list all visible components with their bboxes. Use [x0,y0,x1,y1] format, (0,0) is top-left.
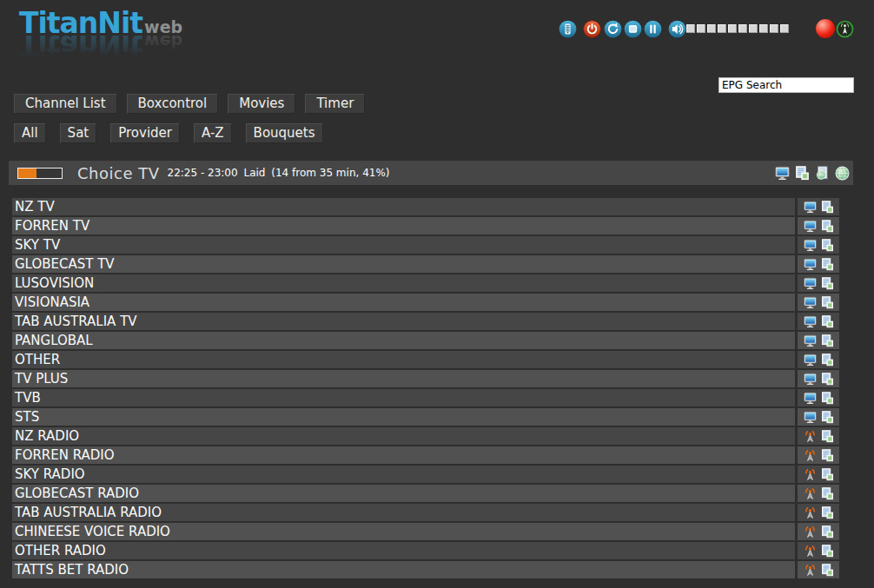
zap-button[interactable] [804,545,817,558]
channel-name[interactable]: TATTS BET RADIO [12,561,795,578]
epg-button[interactable] [821,411,834,424]
zap-button[interactable] [804,525,817,538]
channel-row[interactable]: NZ RADIO [12,427,839,445]
volume-segment[interactable] [749,24,758,33]
channel-row[interactable]: SKY TV [12,236,839,254]
epg-button[interactable] [821,449,834,462]
tab-boxcontrol[interactable]: Boxcontrol [127,94,219,114]
epg-button[interactable] [821,334,834,347]
volume-segment[interactable] [707,24,716,33]
channel-name[interactable]: LUSOVISION [12,274,795,292]
channel-row[interactable]: TVB [12,389,839,406]
zap-button[interactable] [804,315,817,328]
volume-segment[interactable] [718,24,726,33]
channel-name[interactable]: TAB AUSTRALIA RADIO [12,504,795,521]
channel-row[interactable]: LUSOVISION [12,274,839,292]
zap-button[interactable] [804,373,817,386]
epg-button[interactable] [821,392,834,405]
channel-row[interactable]: OTHER RADIO [12,542,839,559]
zap-button[interactable] [804,277,817,290]
channel-name[interactable]: TAB AUSTRALIA TV [12,313,795,330]
stream-web-button[interactable] [835,166,850,181]
channel-name[interactable]: NZ TV [12,198,795,215]
epg-button[interactable] [821,468,834,481]
tab-channel-list[interactable]: Channel List [14,94,117,114]
volume-button[interactable] [668,20,686,38]
epg-button[interactable] [821,525,834,538]
epg-button[interactable] [821,353,834,367]
channel-name[interactable]: TVB [12,389,795,406]
zap-button[interactable] [804,296,817,309]
remote-control-button[interactable] [559,20,577,38]
filter-provider[interactable]: Provider [110,123,180,143]
filter-a-z[interactable]: A-Z [194,123,232,143]
tab-timer[interactable]: Timer [305,94,365,114]
epg-button[interactable] [821,201,834,214]
epg-button[interactable] [821,506,834,519]
channel-row[interactable]: STS [12,408,839,426]
pause-button[interactable] [644,20,662,38]
epg-button[interactable] [821,220,834,233]
channel-name[interactable]: SKY TV [12,236,795,254]
zap-button[interactable] [804,430,817,443]
channel-row[interactable]: VISIONASIA [12,294,839,311]
channel-name[interactable]: NZ RADIO [12,427,795,445]
channel-row[interactable]: TATTS BET RADIO [12,561,839,578]
channel-name[interactable]: PANGLOBAL [12,332,795,349]
channel-row[interactable]: SKY RADIO [12,466,839,483]
volume-segment[interactable] [728,24,737,33]
zap-button[interactable] [804,353,817,367]
epg-button[interactable] [821,430,834,443]
filter-sat[interactable]: Sat [60,123,97,143]
epg-button[interactable] [821,258,834,271]
channel-row[interactable]: GLOBECAST RADIO [12,485,839,502]
volume-segment[interactable] [759,24,768,33]
epg-search-input[interactable] [718,77,854,93]
channel-name[interactable]: SKY RADIO [12,466,795,483]
channel-name[interactable]: OTHER RADIO [12,542,795,559]
epg-button[interactable] [821,564,834,577]
epg-button[interactable] [821,296,834,309]
zap-button[interactable] [804,564,817,577]
channel-name[interactable]: GLOBECAST TV [12,255,795,273]
channel-row[interactable]: TAB AUSTRALIA TV [12,313,839,330]
stop-button[interactable] [624,20,642,38]
stream-button[interactable] [836,20,854,38]
volume-segment[interactable] [697,24,705,33]
channel-name[interactable]: FORREN RADIO [12,446,795,464]
channel-name[interactable]: GLOBECAST RADIO [12,485,795,502]
zap-button[interactable] [804,239,817,252]
epg-button[interactable] [821,239,834,252]
zap-button[interactable] [804,392,817,405]
zap-button[interactable] [804,201,817,214]
volume-segment[interactable] [686,24,695,33]
zap-button[interactable] [804,220,817,233]
channel-name[interactable]: OTHER [12,351,795,368]
volume-segment[interactable] [770,24,778,33]
filter-bouquets[interactable]: Bouquets [246,123,323,143]
channel-name[interactable]: TV PLUS [12,370,795,387]
channel-name[interactable]: FORREN TV [12,217,795,235]
channel-row[interactable]: FORREN RADIO [12,446,839,464]
zap-button[interactable] [804,487,817,500]
volume-segment[interactable] [780,24,789,33]
filter-all[interactable]: All [14,123,46,143]
epg-button[interactable] [821,487,834,500]
channel-name[interactable]: VISIONASIA [12,294,795,311]
channel-row[interactable]: TV PLUS [12,370,839,387]
channel-row[interactable]: FORREN TV [12,217,839,235]
zap-button[interactable] [804,449,817,462]
tab-movies[interactable]: Movies [228,94,295,114]
epg-web-button[interactable] [815,166,830,181]
epg-button[interactable] [821,277,834,290]
channel-row[interactable]: PANGLOBAL [12,332,839,349]
screen-button[interactable] [775,166,790,181]
epg-button[interactable] [821,315,834,328]
zap-button[interactable] [804,468,817,481]
volume-segment[interactable] [738,24,747,33]
zap-button[interactable] [804,506,817,519]
channel-row[interactable]: NZ TV [12,198,839,215]
zap-button[interactable] [804,334,817,347]
epg-button[interactable] [821,545,834,558]
zap-button[interactable] [804,411,817,424]
